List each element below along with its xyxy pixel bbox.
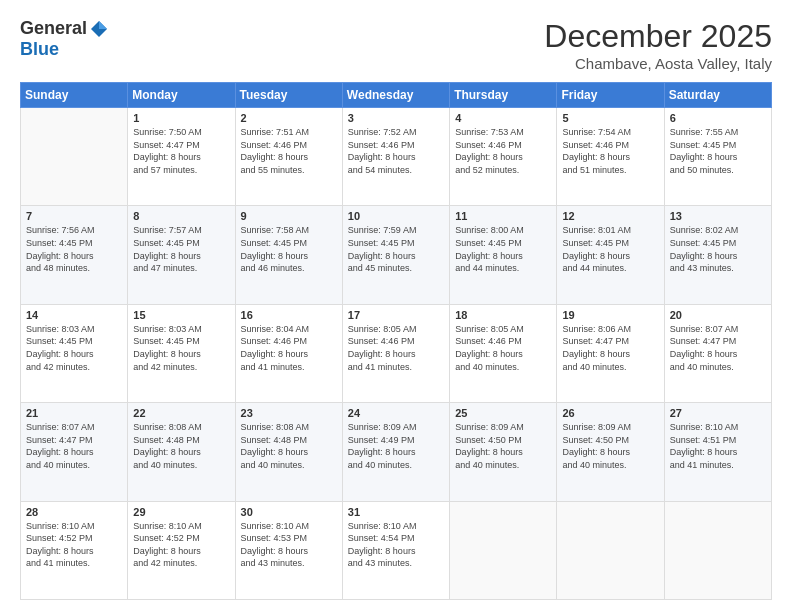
calendar-cell: 1Sunrise: 7:50 AM Sunset: 4:47 PM Daylig… [128, 108, 235, 206]
cell-info: Sunrise: 8:07 AM Sunset: 4:47 PM Dayligh… [26, 421, 122, 471]
day-number: 19 [562, 309, 658, 321]
calendar-cell [557, 501, 664, 599]
weekday-header-cell: Thursday [450, 83, 557, 108]
day-number: 31 [348, 506, 444, 518]
calendar-cell: 2Sunrise: 7:51 AM Sunset: 4:46 PM Daylig… [235, 108, 342, 206]
day-number: 29 [133, 506, 229, 518]
cell-info: Sunrise: 8:08 AM Sunset: 4:48 PM Dayligh… [241, 421, 337, 471]
calendar-week-row: 21Sunrise: 8:07 AM Sunset: 4:47 PM Dayli… [21, 403, 772, 501]
calendar-cell: 30Sunrise: 8:10 AM Sunset: 4:53 PM Dayli… [235, 501, 342, 599]
logo-icon [89, 19, 109, 39]
calendar-cell: 10Sunrise: 7:59 AM Sunset: 4:45 PM Dayli… [342, 206, 449, 304]
cell-info: Sunrise: 8:02 AM Sunset: 4:45 PM Dayligh… [670, 224, 766, 274]
cell-info: Sunrise: 8:09 AM Sunset: 4:50 PM Dayligh… [562, 421, 658, 471]
cell-info: Sunrise: 7:53 AM Sunset: 4:46 PM Dayligh… [455, 126, 551, 176]
cell-info: Sunrise: 7:52 AM Sunset: 4:46 PM Dayligh… [348, 126, 444, 176]
calendar-cell: 3Sunrise: 7:52 AM Sunset: 4:46 PM Daylig… [342, 108, 449, 206]
calendar-cell: 9Sunrise: 7:58 AM Sunset: 4:45 PM Daylig… [235, 206, 342, 304]
calendar-cell: 19Sunrise: 8:06 AM Sunset: 4:47 PM Dayli… [557, 304, 664, 402]
calendar-cell: 21Sunrise: 8:07 AM Sunset: 4:47 PM Dayli… [21, 403, 128, 501]
calendar-cell: 20Sunrise: 8:07 AM Sunset: 4:47 PM Dayli… [664, 304, 771, 402]
day-number: 5 [562, 112, 658, 124]
day-number: 21 [26, 407, 122, 419]
cell-info: Sunrise: 8:01 AM Sunset: 4:45 PM Dayligh… [562, 224, 658, 274]
cell-info: Sunrise: 8:03 AM Sunset: 4:45 PM Dayligh… [133, 323, 229, 373]
day-number: 4 [455, 112, 551, 124]
weekday-header-row: SundayMondayTuesdayWednesdayThursdayFrid… [21, 83, 772, 108]
day-number: 11 [455, 210, 551, 222]
cell-info: Sunrise: 8:03 AM Sunset: 4:45 PM Dayligh… [26, 323, 122, 373]
calendar-cell: 15Sunrise: 8:03 AM Sunset: 4:45 PM Dayli… [128, 304, 235, 402]
day-number: 13 [670, 210, 766, 222]
calendar-cell: 8Sunrise: 7:57 AM Sunset: 4:45 PM Daylig… [128, 206, 235, 304]
cell-info: Sunrise: 7:56 AM Sunset: 4:45 PM Dayligh… [26, 224, 122, 274]
day-number: 3 [348, 112, 444, 124]
day-number: 23 [241, 407, 337, 419]
calendar-cell: 22Sunrise: 8:08 AM Sunset: 4:48 PM Dayli… [128, 403, 235, 501]
cell-info: Sunrise: 8:07 AM Sunset: 4:47 PM Dayligh… [670, 323, 766, 373]
cell-info: Sunrise: 7:57 AM Sunset: 4:45 PM Dayligh… [133, 224, 229, 274]
cell-info: Sunrise: 8:09 AM Sunset: 4:49 PM Dayligh… [348, 421, 444, 471]
cell-info: Sunrise: 8:10 AM Sunset: 4:53 PM Dayligh… [241, 520, 337, 570]
calendar-cell: 6Sunrise: 7:55 AM Sunset: 4:45 PM Daylig… [664, 108, 771, 206]
day-number: 25 [455, 407, 551, 419]
cell-info: Sunrise: 8:06 AM Sunset: 4:47 PM Dayligh… [562, 323, 658, 373]
calendar-cell: 24Sunrise: 8:09 AM Sunset: 4:49 PM Dayli… [342, 403, 449, 501]
calendar-cell: 23Sunrise: 8:08 AM Sunset: 4:48 PM Dayli… [235, 403, 342, 501]
calendar: SundayMondayTuesdayWednesdayThursdayFrid… [20, 82, 772, 600]
weekday-header-cell: Wednesday [342, 83, 449, 108]
day-number: 28 [26, 506, 122, 518]
calendar-cell: 7Sunrise: 7:56 AM Sunset: 4:45 PM Daylig… [21, 206, 128, 304]
calendar-cell: 13Sunrise: 8:02 AM Sunset: 4:45 PM Dayli… [664, 206, 771, 304]
location: Chambave, Aosta Valley, Italy [544, 55, 772, 72]
weekday-header-cell: Sunday [21, 83, 128, 108]
day-number: 24 [348, 407, 444, 419]
logo-general-text: General [20, 18, 87, 39]
calendar-cell: 16Sunrise: 8:04 AM Sunset: 4:46 PM Dayli… [235, 304, 342, 402]
cell-info: Sunrise: 8:08 AM Sunset: 4:48 PM Dayligh… [133, 421, 229, 471]
cell-info: Sunrise: 7:55 AM Sunset: 4:45 PM Dayligh… [670, 126, 766, 176]
cell-info: Sunrise: 8:05 AM Sunset: 4:46 PM Dayligh… [348, 323, 444, 373]
cell-info: Sunrise: 8:05 AM Sunset: 4:46 PM Dayligh… [455, 323, 551, 373]
day-number: 6 [670, 112, 766, 124]
calendar-cell: 26Sunrise: 8:09 AM Sunset: 4:50 PM Dayli… [557, 403, 664, 501]
calendar-body: 1Sunrise: 7:50 AM Sunset: 4:47 PM Daylig… [21, 108, 772, 600]
calendar-cell [450, 501, 557, 599]
cell-info: Sunrise: 7:50 AM Sunset: 4:47 PM Dayligh… [133, 126, 229, 176]
day-number: 17 [348, 309, 444, 321]
day-number: 30 [241, 506, 337, 518]
cell-info: Sunrise: 7:51 AM Sunset: 4:46 PM Dayligh… [241, 126, 337, 176]
day-number: 26 [562, 407, 658, 419]
day-number: 20 [670, 309, 766, 321]
page: General Blue December 2025 Chambave, Aos… [0, 0, 792, 612]
day-number: 18 [455, 309, 551, 321]
cell-info: Sunrise: 8:09 AM Sunset: 4:50 PM Dayligh… [455, 421, 551, 471]
day-number: 12 [562, 210, 658, 222]
calendar-cell: 29Sunrise: 8:10 AM Sunset: 4:52 PM Dayli… [128, 501, 235, 599]
calendar-week-row: 1Sunrise: 7:50 AM Sunset: 4:47 PM Daylig… [21, 108, 772, 206]
calendar-cell: 14Sunrise: 8:03 AM Sunset: 4:45 PM Dayli… [21, 304, 128, 402]
calendar-cell: 25Sunrise: 8:09 AM Sunset: 4:50 PM Dayli… [450, 403, 557, 501]
day-number: 22 [133, 407, 229, 419]
calendar-week-row: 7Sunrise: 7:56 AM Sunset: 4:45 PM Daylig… [21, 206, 772, 304]
calendar-cell: 17Sunrise: 8:05 AM Sunset: 4:46 PM Dayli… [342, 304, 449, 402]
header: General Blue December 2025 Chambave, Aos… [20, 18, 772, 72]
cell-info: Sunrise: 8:10 AM Sunset: 4:51 PM Dayligh… [670, 421, 766, 471]
calendar-cell: 27Sunrise: 8:10 AM Sunset: 4:51 PM Dayli… [664, 403, 771, 501]
weekday-header-cell: Monday [128, 83, 235, 108]
calendar-week-row: 14Sunrise: 8:03 AM Sunset: 4:45 PM Dayli… [21, 304, 772, 402]
calendar-cell [664, 501, 771, 599]
logo: General Blue [20, 18, 109, 60]
weekday-header-cell: Tuesday [235, 83, 342, 108]
calendar-cell: 5Sunrise: 7:54 AM Sunset: 4:46 PM Daylig… [557, 108, 664, 206]
day-number: 16 [241, 309, 337, 321]
calendar-cell: 31Sunrise: 8:10 AM Sunset: 4:54 PM Dayli… [342, 501, 449, 599]
calendar-cell: 28Sunrise: 8:10 AM Sunset: 4:52 PM Dayli… [21, 501, 128, 599]
day-number: 15 [133, 309, 229, 321]
day-number: 7 [26, 210, 122, 222]
calendar-cell: 18Sunrise: 8:05 AM Sunset: 4:46 PM Dayli… [450, 304, 557, 402]
cell-info: Sunrise: 8:00 AM Sunset: 4:45 PM Dayligh… [455, 224, 551, 274]
day-number: 10 [348, 210, 444, 222]
svg-marker-1 [99, 21, 107, 29]
cell-info: Sunrise: 8:10 AM Sunset: 4:52 PM Dayligh… [133, 520, 229, 570]
